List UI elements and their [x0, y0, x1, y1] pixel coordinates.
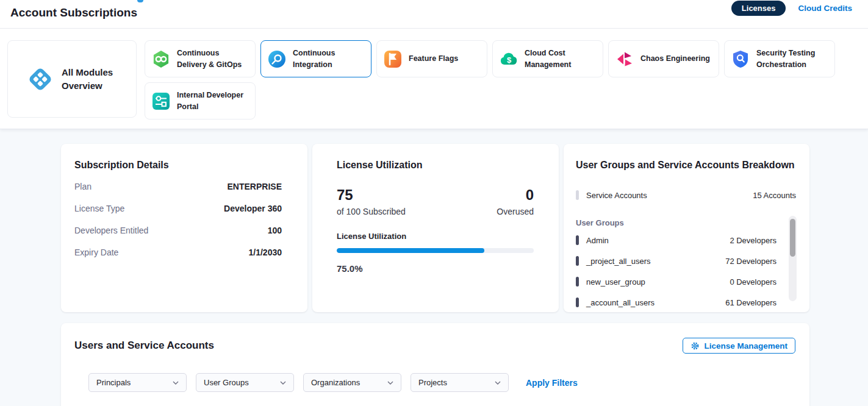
user-groups-subheading: User Groups	[576, 218, 796, 227]
principals-dropdown[interactable]: Principals	[88, 373, 187, 392]
scrollbar-thumb[interactable]	[790, 219, 795, 257]
organizations-dropdown[interactable]: Organizations	[303, 373, 401, 392]
module-card-cloud-cost[interactable]: $ Cloud Cost Management	[492, 40, 603, 77]
account-subscriptions-page: Account Subscriptions Licenses Cloud Cre…	[0, 0, 868, 406]
breakdown-card: User Groups and Service Accounts Breakdo…	[564, 144, 809, 312]
service-accounts-label: Service Accounts	[586, 191, 647, 200]
user-group-marker	[576, 277, 579, 287]
overused-stat: 0 Overused	[497, 187, 534, 216]
user-group-marker	[576, 235, 579, 245]
svg-text:$: $	[507, 55, 512, 64]
license-utilization-card: License Utilization 75 of 100 Subscribed…	[312, 144, 559, 312]
detail-label: Expiry Date	[74, 248, 118, 257]
user-group-marker	[576, 256, 579, 266]
utilization-progress-fill	[337, 248, 484, 253]
module-label: Chaos Engineering	[640, 53, 710, 64]
module-card-security-testing[interactable]: Security Testing Orchestration	[724, 40, 835, 77]
user-group-count: 72 Developers	[725, 257, 777, 266]
module-card-chaos-engineering[interactable]: Chaos Engineering	[608, 40, 719, 77]
filters-row: Principals User Groups Organizations Pro…	[88, 373, 795, 392]
module-label: Cloud Cost Management	[525, 48, 597, 69]
dropdown-label: Principals	[96, 378, 131, 387]
ci-icon	[267, 49, 287, 69]
detail-label: License Type	[74, 204, 124, 213]
subscription-details-card: Subscription Details Plan ENTERPRISE Lic…	[61, 144, 307, 312]
clipped-nav-indicator	[137, 0, 143, 2]
user-group-name: Admin	[586, 236, 609, 245]
sto-shield-icon	[731, 49, 750, 69]
feature-flags-icon	[383, 49, 403, 69]
scrollbar-track[interactable]	[789, 216, 797, 301]
subscription-details-title: Subscription Details	[74, 160, 282, 171]
user-groups-list: Admin 2 Developers _project_all_users 72…	[576, 230, 796, 313]
module-card-cd-gitops[interactable]: Continuous Delivery & GitOps	[145, 40, 256, 77]
user-group-row: new_user_group 0 Developers	[576, 271, 777, 292]
cloud-cost-icon: $	[499, 49, 518, 69]
users-section-header: Users and Service Accounts License Manag…	[74, 338, 795, 354]
subscribed-count: 75	[337, 187, 406, 204]
detail-value: 1/1/2030	[249, 248, 282, 257]
module-selector-bar: All Modules Overview Continuous Delivery…	[0, 29, 868, 129]
module-label: Feature Flags	[409, 53, 458, 64]
user-group-row: Admin 2 Developers	[576, 230, 777, 251]
license-management-button[interactable]: License Management	[683, 338, 795, 354]
licenses-tab[interactable]: Licenses	[731, 1, 786, 16]
module-label: Internal Developer Portal	[177, 90, 249, 112]
service-accounts-row: Service Accounts 15 Accounts	[576, 190, 796, 200]
user-group-name: _account_all_users	[586, 298, 655, 307]
user-group-name: _project_all_users	[586, 257, 651, 266]
all-modules-overview-card[interactable]: All Modules Overview	[7, 40, 137, 118]
utilization-bar-label: License Utilization	[337, 232, 534, 241]
dropdown-label: Organizations	[311, 378, 360, 387]
subscribed-caption: of 100 Subscribed	[337, 207, 406, 216]
detail-row-developers-entitled: Developers Entitled 100	[74, 219, 282, 241]
users-section-title: Users and Service Accounts	[74, 340, 214, 352]
apply-filters-link[interactable]: Apply Filters	[526, 378, 578, 388]
user-groups-dropdown[interactable]: User Groups	[196, 373, 294, 392]
module-card-continuous-integration[interactable]: Continuous Integration	[260, 40, 371, 77]
detail-label: Plan	[74, 182, 91, 191]
detail-value: ENTERPRISE	[228, 182, 282, 191]
overused-count: 0	[497, 187, 534, 204]
module-label: Security Testing Orchestration	[756, 48, 828, 69]
chevron-down-icon	[495, 381, 501, 385]
service-accounts-count: 15 Accounts	[753, 191, 796, 200]
utilization-percent: 75.0%	[337, 263, 534, 274]
module-card-internal-developer-portal[interactable]: Internal Developer Portal	[145, 82, 256, 119]
detail-value: Developer 360	[224, 204, 282, 213]
user-group-name: new_user_group	[586, 277, 645, 287]
page-header: Account Subscriptions Licenses Cloud Cre…	[0, 0, 868, 29]
detail-value: 100	[268, 226, 282, 235]
cloud-credits-tab[interactable]: Cloud Credits	[798, 4, 852, 13]
module-label: Continuous Integration	[293, 48, 365, 69]
idp-icon	[151, 91, 171, 111]
user-group-row: _project_all_users 72 Developers	[576, 251, 777, 271]
dropdown-label: User Groups	[204, 378, 249, 387]
header-tabs: Licenses Cloud Credits	[731, 1, 852, 16]
user-group-marker	[576, 297, 579, 307]
detail-row-license-type: License Type Developer 360	[74, 198, 282, 219]
projects-dropdown[interactable]: Projects	[411, 373, 509, 392]
detail-row-plan: Plan ENTERPRISE	[74, 176, 282, 198]
chevron-down-icon	[280, 381, 286, 385]
module-label: Continuous Delivery & GitOps	[177, 48, 249, 69]
user-group-count: 61 Developers	[725, 298, 777, 307]
overused-caption: Overused	[497, 207, 534, 216]
license-utilization-title: License Utilization	[337, 160, 534, 171]
service-accounts-marker	[576, 190, 579, 200]
detail-row-expiry-date: Expiry Date 1/1/2030	[74, 241, 282, 263]
user-group-row: _account_all_users 61 Developers	[576, 292, 777, 313]
module-card-feature-flags[interactable]: Feature Flags	[376, 40, 487, 77]
user-group-count: 0 Developers	[730, 277, 777, 287]
breakdown-title: User Groups and Service Accounts Breakdo…	[576, 160, 796, 171]
gear-icon	[690, 341, 700, 351]
utilization-progress-track	[337, 248, 534, 253]
subscription-details-rows: Plan ENTERPRISE License Type Developer 3…	[74, 176, 282, 263]
user-group-count: 2 Developers	[730, 236, 777, 245]
detail-label: Developers Entitled	[74, 226, 148, 235]
chevron-down-icon	[173, 381, 179, 385]
module-cards: Continuous Delivery & GitOps Continuous …	[145, 40, 840, 119]
chaos-icon	[615, 49, 634, 69]
all-modules-overview-label: All Modules Overview	[62, 66, 118, 93]
all-modules-icon	[26, 65, 54, 93]
